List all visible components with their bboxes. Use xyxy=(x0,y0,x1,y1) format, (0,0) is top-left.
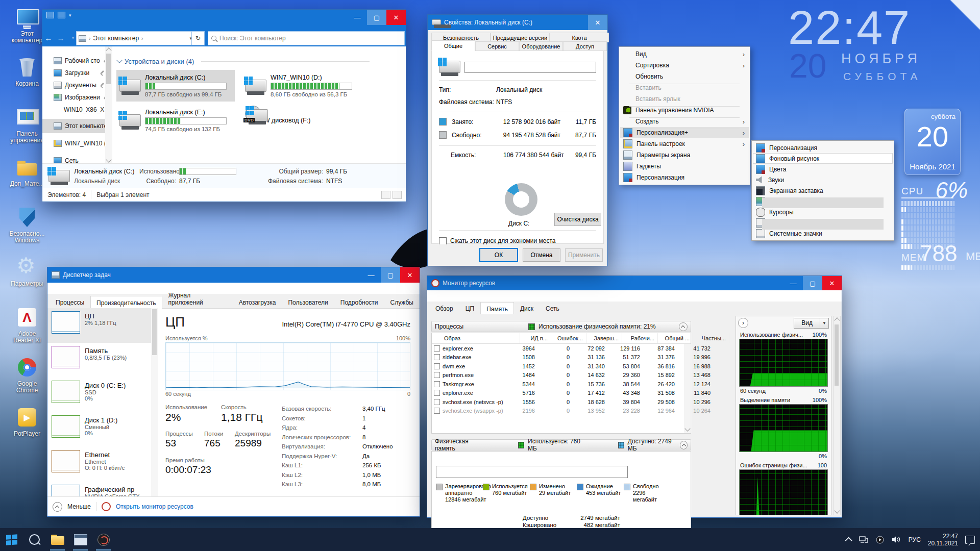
resmon-scrollbar[interactable] xyxy=(833,316,841,515)
menu-item[interactable]: Панель настроек › xyxy=(620,138,749,149)
resmon-tab[interactable]: Обзор xyxy=(429,303,459,314)
col-hard-faults[interactable]: Ошибок... xyxy=(551,333,586,343)
process-row[interactable]: dwm.exe 1452 0 31 340 53 804 36 816 16 9… xyxy=(432,362,691,371)
submenu-item[interactable]: Экранная заставка xyxy=(753,185,893,196)
calendar-widget[interactable]: суббота 20 Ноябрь 2021 xyxy=(904,109,961,175)
less-button[interactable]: Меньше xyxy=(67,503,91,510)
desktop-icon[interactable]: Google Chrome xyxy=(5,356,49,398)
close-button[interactable]: ✕ xyxy=(386,10,406,25)
process-checkbox[interactable] xyxy=(434,399,440,405)
open-resource-monitor-link[interactable]: Открыть монитор ресурсов xyxy=(116,503,193,510)
back-icon[interactable]: ← xyxy=(42,34,55,42)
process-row[interactable]: perfmon.exe 1484 0 14 632 29 360 15 892 … xyxy=(432,371,691,380)
ok-button[interactable]: ОК xyxy=(479,248,518,262)
volume-icon[interactable] xyxy=(892,536,901,543)
taskbar-app-round[interactable] xyxy=(92,528,115,551)
process-checkbox[interactable] xyxy=(434,372,440,378)
submenu-item[interactable]: Курсоры xyxy=(753,207,893,217)
thumbnail-view-button[interactable] xyxy=(393,191,402,199)
language-indicator[interactable]: РУС xyxy=(909,536,921,543)
minimize-button[interactable]: — xyxy=(783,276,803,290)
resmon-tab[interactable]: ЦП xyxy=(459,303,481,314)
close-button[interactable]: ✕ xyxy=(588,15,607,30)
taskbar-app-window[interactable] xyxy=(69,528,92,551)
taskmgr-tab[interactable]: Службы xyxy=(384,296,420,308)
potplayer-tray-icon[interactable] xyxy=(875,536,885,544)
taskbar-file-explorer[interactable] xyxy=(46,528,69,551)
properties-tab[interactable]: Сервис xyxy=(475,41,519,51)
qat-chevron-icon[interactable]: ▾ xyxy=(69,13,71,18)
memory-section-header[interactable]: Физическая память Используется: 760 МБ Д… xyxy=(431,439,691,450)
taskmgr-tab[interactable]: Автозагрузка xyxy=(233,296,282,308)
resmon-tab[interactable]: Сеть xyxy=(540,303,566,314)
submenu-item[interactable]: Фоновый рисунок xyxy=(753,153,893,164)
taskbar-search-button[interactable] xyxy=(23,528,46,551)
sidebar-item[interactable]: Рабочий сто xyxy=(42,55,112,67)
collapse-section-icon[interactable] xyxy=(679,322,688,331)
performance-sidebar-item[interactable]: Память 0,8/3,5 ГБ (23%) xyxy=(47,343,158,378)
scroll-down-icon[interactable] xyxy=(834,508,840,513)
process-checkbox[interactable] xyxy=(434,408,440,414)
drive-tile[interactable]: Локальный диск (C:) 87,7 ГБ свободно из … xyxy=(116,70,235,102)
view-dropdown[interactable]: Вид ▼ xyxy=(794,318,829,329)
performance-sidebar-item[interactable]: Ethernet Ethernet О: 0 П: 0 кбит/с xyxy=(47,447,158,482)
sidebar-item[interactable]: Изображени xyxy=(42,91,112,104)
expand-panel-icon[interactable]: › xyxy=(738,318,748,328)
performance-sidebar-item[interactable]: Диск 0 (C: E:) SSD 0% xyxy=(47,378,158,412)
collapse-section-icon[interactable] xyxy=(680,441,688,449)
process-row[interactable]: svchost.exe (wsappx -p) 2196 0 13 952 23… xyxy=(432,407,691,416)
maximize-button[interactable]: ▢ xyxy=(381,267,400,283)
qat-icon[interactable] xyxy=(58,12,65,18)
submenu-item[interactable]: Цвета xyxy=(753,164,893,174)
network-icon[interactable] xyxy=(859,536,868,543)
taskmgr-tab[interactable]: Процессы xyxy=(50,296,90,308)
taskmgr-tab[interactable]: Журнал приложений xyxy=(162,289,233,308)
process-row[interactable]: Taskmgr.exe 5344 0 15 736 38 544 26 420 … xyxy=(432,380,691,389)
refresh-button[interactable]: ↻ xyxy=(191,31,205,45)
process-checkbox[interactable] xyxy=(434,345,440,352)
compress-checkbox[interactable] xyxy=(439,237,447,245)
process-row[interactable]: explorer.exe 5716 0 17 412 43 348 31 508… xyxy=(432,389,691,398)
search-box[interactable]: Поиск: Этот компьютер xyxy=(208,31,405,45)
scroll-up-icon[interactable] xyxy=(834,317,840,323)
resmon-titlebar[interactable]: Монитор ресурсов — ▢ ✕ xyxy=(427,276,842,290)
desktop-icon[interactable]: Параметры xyxy=(5,256,49,298)
process-row[interactable]: svchost.exe (netsvcs -p) 1556 0 18 628 3… xyxy=(432,397,691,407)
scroll-down-icon[interactable] xyxy=(106,157,111,162)
drive-tile[interactable]: Локальный диск (E:) 74,5 ГБ свободно из … xyxy=(116,105,235,136)
disk-label-input[interactable] xyxy=(464,62,596,73)
action-center-icon[interactable] xyxy=(965,536,975,544)
menu-item[interactable]: Вставить ярлык xyxy=(620,93,749,105)
col-shareable[interactable]: Общий ... xyxy=(658,333,693,343)
group-header[interactable]: Устройства и диски (4) xyxy=(117,58,370,65)
performance-sidebar-item[interactable]: ЦП 2% 1,18 ГГц xyxy=(47,308,158,343)
col-image[interactable]: Образ xyxy=(432,333,520,343)
process-row[interactable]: explorer.exe 3964 0 72 092 129 116 87 38… xyxy=(432,344,691,353)
collapse-chevron-icon[interactable] xyxy=(116,57,122,63)
taskmgr-titlebar[interactable]: Диспетчер задач — ▢ ✕ xyxy=(47,267,420,283)
submenu-item[interactable]: Системные значки xyxy=(753,228,893,239)
sidebar-scrollbar[interactable] xyxy=(105,46,112,164)
col-private[interactable]: Частны... xyxy=(693,333,729,343)
qat-icon[interactable] xyxy=(46,12,54,18)
properties-tab[interactable]: Доступ xyxy=(563,41,607,51)
menu-item[interactable]: Сортировка › xyxy=(620,60,749,71)
performance-sidebar-item[interactable]: Графический пр NVIDIA GeForce GTX xyxy=(47,482,158,497)
menu-item[interactable]: Персонализация xyxy=(620,172,749,183)
process-checkbox[interactable] xyxy=(434,390,440,396)
disk-cleanup-button[interactable]: Очистка диска xyxy=(554,213,601,226)
col-working-set[interactable]: Рабочи... xyxy=(622,333,658,343)
start-button[interactable] xyxy=(0,528,23,551)
resmon-tab[interactable]: Память xyxy=(480,302,514,315)
properties-tab[interactable]: Оборудование xyxy=(519,41,563,51)
taskmgr-tab[interactable]: Производительность xyxy=(90,296,162,309)
menu-item[interactable]: Гаджеты xyxy=(620,161,749,172)
sidebar-item[interactable]: WIN7_WIN10 (D:) xyxy=(42,136,112,151)
taskmgr-tab[interactable]: Подробности xyxy=(334,296,384,308)
tray-overflow-chevron-icon[interactable] xyxy=(845,537,852,544)
performance-sidebar-item[interactable]: Диск 1 (D:) Сменный 0% xyxy=(47,412,158,447)
process-checkbox[interactable] xyxy=(434,381,440,387)
sidebar-item[interactable]: WIN10_X86_X xyxy=(42,104,112,116)
close-button[interactable]: ✕ xyxy=(400,267,420,283)
submenu-item[interactable]: Персонализация xyxy=(753,142,893,153)
